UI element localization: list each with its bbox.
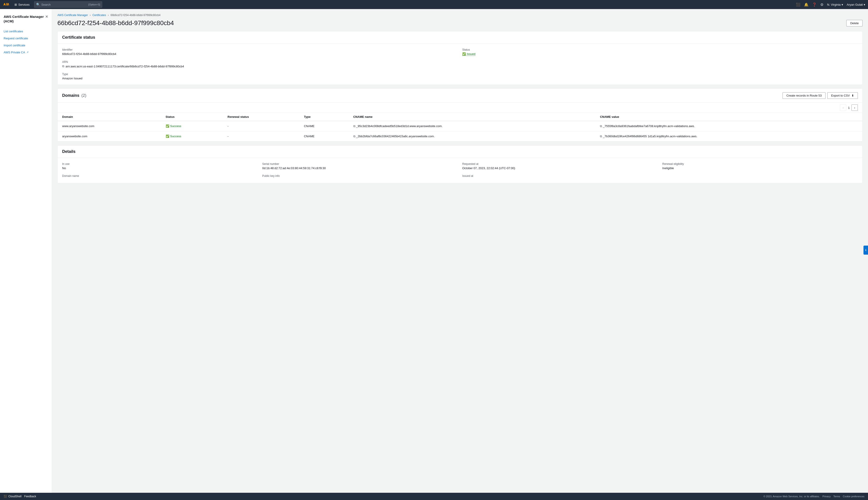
status-field: Status ✅ Issued <box>462 48 858 56</box>
copy-cname-value-1-button[interactable]: ⧉ <box>600 124 602 128</box>
cname-name-cell-1: ⧉ _95c3d23b4c008dfcadeed5b518ed3d1d.www.… <box>349 121 595 132</box>
terminal-icon[interactable]: ⬛ <box>796 2 800 7</box>
page-title: 66b6cd72-f254-4b88-b6dd-97f999c80cb4 <box>57 20 174 27</box>
cname-name-cell-2: ⧉ _2bb2bfda7c66af8c036422465b415a8c.arya… <box>349 132 595 141</box>
sidebar-item-request-certificate[interactable]: Request certificate <box>0 35 52 42</box>
sidebar-item-label: AWS Private CA <box>4 51 25 54</box>
requested-at-value: October 07, 2023, 22:02:44 (UTC-07:00) <box>462 167 658 170</box>
aws-logo[interactable] <box>3 2 10 7</box>
in-use-value: No <box>62 167 258 170</box>
user-menu[interactable]: Aryan Gulati ▾ <box>847 3 865 6</box>
domains-title: Domains (2) <box>62 93 86 98</box>
pagination-next-button[interactable]: › <box>852 104 858 111</box>
region-label: N. Virginia <box>827 3 841 6</box>
copy-arn-button[interactable]: ⧉ <box>62 65 64 68</box>
domains-actions: Create records in Route 53 Export to CSV… <box>783 92 858 99</box>
status-success-badge-2: ✅ Success <box>166 135 219 138</box>
col-renewal-status: Renewal status <box>223 113 300 121</box>
col-domain: Domain <box>58 113 161 121</box>
domain-cell-2: aryanswebsite.com <box>58 132 161 141</box>
chevron-down-icon: ▾ <box>864 3 865 6</box>
search-bar[interactable]: 🔍 [Option+S] <box>34 1 102 8</box>
check-circle-icon: ✅ <box>462 52 466 56</box>
create-records-route53-button[interactable]: Create records in Route 53 <box>783 92 825 99</box>
sidebar-item-aws-private-ca[interactable]: AWS Private CA <box>0 49 52 56</box>
detail-public-key-info: Public key info <box>262 174 458 179</box>
search-input[interactable] <box>42 3 86 6</box>
table-header-row: Domain Status Renewal status Type CNAME … <box>58 113 863 121</box>
breadcrumb-certificates[interactable]: Certificates <box>92 14 106 17</box>
detail-domain-name: Domain name <box>62 174 258 179</box>
status-cell-2: ✅ Success <box>161 132 223 141</box>
bell-icon[interactable]: 🔔 <box>804 2 809 7</box>
cname-value-value-1: _7555f8a3c8a9361faabdafbfee7a6708.knjdlt… <box>603 124 695 128</box>
breadcrumb: AWS Certificate Manager › Certificates ›… <box>57 14 863 17</box>
details-header: Details <box>58 146 863 158</box>
details-card: Details In use No Serial number 0d:1b:48… <box>57 145 863 183</box>
region-selector[interactable]: N. Virginia ▾ <box>827 3 843 6</box>
domains-header: Domains (2) Create records in Route 53 E… <box>58 89 863 103</box>
col-status: Status <box>161 113 223 121</box>
type-cell-1: CNAME <box>299 121 349 132</box>
renewal-eligibility-label: Renewal eligibility <box>662 162 858 166</box>
cname-value-value-2: _7b360dbd19fce4264f86d686455 1d1a5.knjdl… <box>603 135 697 138</box>
col-type: Type <box>299 113 349 121</box>
pagination-current: 1 <box>848 106 850 110</box>
copy-cname-name-2-button[interactable]: ⧉ <box>353 135 355 138</box>
breadcrumb-sep-1: › <box>90 14 91 17</box>
public-key-info-label: Public key info <box>262 174 458 178</box>
pagination-prev-button[interactable]: ‹ <box>840 104 846 111</box>
arn-field: ARN ⧉ arn:aws:acm:us-east-1:049072111173… <box>62 60 458 68</box>
page-header: 66b6cd72-f254-4b88-b6dd-97f999c80cb4 Del… <box>57 20 863 27</box>
breadcrumb-current: 66b6cd72-f254-4b88-b6dd-97f999c80cb4 <box>111 14 161 17</box>
domain-name-label: Domain name <box>62 174 258 178</box>
certificate-status-title: Certificate status <box>62 35 858 40</box>
delete-button[interactable]: Delete <box>846 20 863 26</box>
pagination: ‹ 1 › <box>58 103 863 113</box>
table-row: aryanswebsite.com ✅ Success - CNAME ⧉ _2… <box>58 132 863 141</box>
search-shortcut: [Option+S] <box>89 3 100 6</box>
detail-requested-at: Requested at October 07, 2023, 22:02:44 … <box>462 162 658 170</box>
arn-label: ARN <box>62 60 458 64</box>
copy-cname-name-1-button[interactable]: ⧉ <box>353 124 355 128</box>
domains-card: Domains (2) Create records in Route 53 E… <box>57 88 863 142</box>
export-csv-button[interactable]: Export to CSV ⬇ <box>827 92 858 99</box>
serial-number-value: 0d:1b:48:d2:72:ad:4e:03:80:44:59:31:74:c… <box>262 167 458 170</box>
breadcrumb-acm[interactable]: AWS Certificate Manager <box>57 14 88 17</box>
type-value: Amazon Issued <box>62 77 458 80</box>
info-panel-toggle[interactable]: ℹ <box>864 246 868 254</box>
detail-issued-at: Issued at <box>462 174 658 179</box>
help-icon[interactable]: ❓ <box>812 2 817 7</box>
detail-serial-number: Serial number 0d:1b:48:d2:72:ad:4e:03:80… <box>262 162 458 170</box>
status-success-badge: ✅ Success <box>166 124 219 128</box>
status-issued-badge: ✅ Issued <box>462 52 475 56</box>
type-cell-2: CNAME <box>299 132 349 141</box>
search-icon: 🔍 <box>36 3 40 6</box>
cname-name-value-1: _95c3d23b4c008dfcadeed5b518ed3d1d.www.ar… <box>356 124 442 128</box>
renewal-eligibility-value: Ineligible <box>662 167 858 170</box>
detail-in-use: In use No <box>62 162 258 170</box>
sidebar-title: AWS Certificate Manager (ACM) <box>4 14 45 23</box>
grid-icon: ⊞ <box>14 3 17 6</box>
services-menu[interactable]: ⊞ Services <box>13 2 32 7</box>
sidebar-item-list-certificates[interactable]: List certificates <box>0 28 52 35</box>
domains-table: Domain Status Renewal status Type CNAME … <box>58 113 863 141</box>
identifier-field: Identifier 66b6cd72-f254-4b88-b6dd-97f99… <box>62 48 458 56</box>
issued-at-label: Issued at <box>462 174 658 178</box>
serial-number-label: Serial number <box>262 162 458 166</box>
sidebar-nav: List certificates Request certificate Im… <box>0 27 52 57</box>
domains-section-title: Domains <box>62 93 79 98</box>
col-cname-value: CNAME value <box>595 113 863 121</box>
user-label: Aryan Gulati <box>847 3 863 6</box>
sidebar-close-button[interactable]: ✕ <box>45 14 48 19</box>
sidebar-item-import-certificate[interactable]: Import certificate <box>0 42 52 49</box>
domain-cell-1: www.aryanswebsite.com <box>58 121 161 132</box>
main-content: AWS Certificate Manager › Certificates ›… <box>52 9 868 493</box>
check-icon-2: ✅ <box>166 135 169 138</box>
copy-cname-value-2-button[interactable]: ⧉ <box>600 135 602 138</box>
status-label: Status <box>462 48 858 51</box>
identifier-label: Identifier <box>62 48 458 51</box>
col-cname-name: CNAME name <box>349 113 595 121</box>
table-row: www.aryanswebsite.com ✅ Success - CNAME … <box>58 121 863 132</box>
settings-icon[interactable]: ⚙ <box>820 2 823 7</box>
